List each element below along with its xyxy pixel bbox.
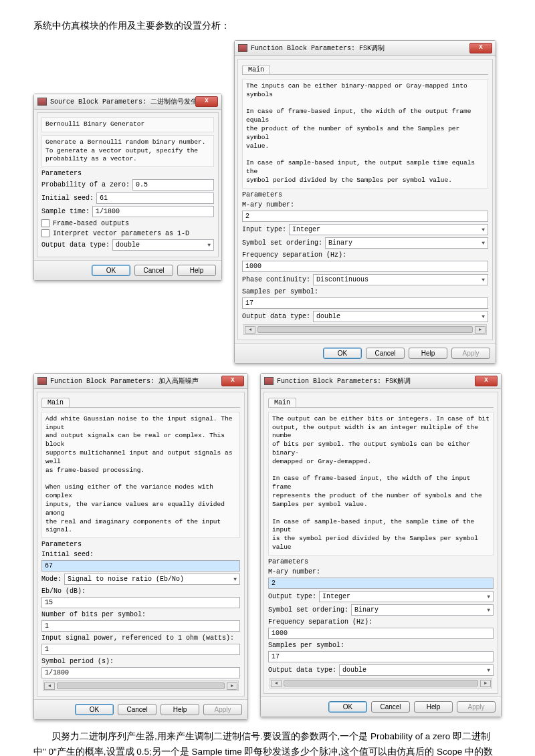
- symbol-ordering-label: Symbol set ordering:: [268, 606, 348, 614]
- parameters-label: Parameters: [41, 170, 214, 177]
- titlebar[interactable]: Function Block Parameters: FSK调制 X: [235, 41, 496, 56]
- titlebar[interactable]: Function Block Parameters: 加入高斯噪声 X: [34, 374, 247, 389]
- symbol-ordering-select[interactable]: Binary▼: [351, 604, 494, 616]
- close-icon[interactable]: X: [469, 43, 492, 53]
- sps-input[interactable]: 17: [242, 297, 488, 309]
- close-icon[interactable]: X: [195, 96, 218, 107]
- h-scrollbar[interactable]: ◄►: [43, 680, 239, 691]
- freq-sep-label: Frequency separation (Hz):: [268, 618, 494, 626]
- interpret-vector-checkbox[interactable]: Interpret vector parameters as 1-D: [41, 229, 214, 237]
- chevron-down-icon: ▼: [487, 607, 490, 613]
- output-datatype-label: Output data type:: [41, 241, 110, 249]
- close-icon[interactable]: X: [475, 376, 498, 386]
- cancel-button[interactable]: Cancel: [371, 701, 410, 713]
- frame-based-checkbox[interactable]: Frame-based outputs: [41, 219, 214, 227]
- tab-main[interactable]: Main: [242, 65, 270, 74]
- input-type-select[interactable]: Integer▼: [289, 224, 488, 235]
- body-text: 贝努力二进制序列产生器,用来产生调制二进制信号.要设置的参数两个,一个是 Pro…: [33, 729, 502, 756]
- seed-input[interactable]: 61: [96, 193, 214, 204]
- apply-button[interactable]: Apply: [451, 348, 490, 359]
- output-type-select[interactable]: Integer▼: [319, 591, 494, 602]
- mary-label: M-ary number:: [268, 568, 494, 576]
- sp-label: Symbol period (s):: [41, 658, 240, 665]
- dialog-gaussian-noise: Function Block Parameters: 加入高斯噪声 X Main…: [33, 373, 248, 720]
- mary-input[interactable]: 2: [268, 578, 494, 589]
- parameters-label: Parameters: [41, 541, 240, 548]
- cancel-button[interactable]: Cancel: [134, 265, 173, 276]
- dialog-title: Source Block Parameters: 二进制信号发生器: [50, 97, 195, 106]
- tab-main[interactable]: Main: [41, 398, 70, 407]
- cancel-button[interactable]: Cancel: [366, 348, 405, 359]
- ok-button[interactable]: OK: [323, 348, 362, 359]
- ok-button[interactable]: OK: [92, 265, 130, 276]
- tab-main[interactable]: Main: [268, 398, 296, 407]
- sampletime-input[interactable]: 1/1800: [92, 206, 214, 217]
- sp-input[interactable]: 1/1800: [41, 667, 240, 678]
- chevron-down-icon: ▼: [481, 277, 485, 283]
- ok-button[interactable]: OK: [75, 704, 114, 715]
- sampletime-label: Sample time:: [41, 208, 90, 215]
- dialog-title: Function Block Parameters: FSK解调: [277, 376, 475, 386]
- output-type-label: Output type:: [268, 593, 316, 600]
- sps-label: Samples per symbol:: [242, 288, 488, 295]
- prob-input[interactable]: 0.5: [132, 179, 214, 191]
- ok-button[interactable]: OK: [328, 701, 367, 713]
- chevron-down-icon: ▼: [487, 594, 490, 600]
- paragraph-1: 贝努力二进制序列产生器,用来产生调制二进制信号.要设置的参数两个,一个是 Pro…: [33, 729, 502, 756]
- sps-label: Samples per symbol:: [268, 642, 494, 649]
- help-button[interactable]: Help: [414, 701, 453, 713]
- app-icon: [238, 44, 247, 52]
- app-icon: [37, 98, 47, 106]
- phase-cont-select[interactable]: Discontinuous▼: [313, 274, 488, 285]
- titlebar[interactable]: Source Block Parameters: 二进制信号发生器 X: [34, 94, 221, 110]
- seed-input[interactable]: 67: [41, 560, 240, 572]
- prob-label: Probability of a zero:: [41, 181, 130, 188]
- sps-input[interactable]: 17: [268, 651, 494, 662]
- phase-cont-label: Phase continuity:: [242, 276, 310, 283]
- apply-button[interactable]: Apply: [203, 704, 242, 715]
- mode-label: Mode:: [41, 576, 62, 583]
- ebno-label: Eb/No (dB):: [41, 588, 240, 595]
- apply-button[interactable]: Apply: [457, 701, 496, 713]
- h-scrollbar[interactable]: ◄►: [270, 678, 492, 688]
- output-datatype-select[interactable]: double▼: [339, 664, 494, 676]
- nbps-input[interactable]: 1: [41, 620, 240, 632]
- chevron-down-icon: ▼: [481, 227, 485, 233]
- mary-input[interactable]: 2: [242, 211, 488, 222]
- help-button[interactable]: Help: [177, 265, 216, 276]
- mary-label: M-ary number:: [242, 201, 488, 209]
- input-type-label: Input type:: [242, 226, 286, 233]
- chevron-down-icon: ▼: [481, 240, 485, 246]
- cancel-button[interactable]: Cancel: [118, 704, 156, 715]
- symbol-ordering-select[interactable]: Binary▼: [325, 237, 488, 249]
- dialog-source-block: Source Block Parameters: 二进制信号发生器 X Bern…: [33, 94, 222, 281]
- output-datatype-select[interactable]: double▼: [313, 311, 488, 322]
- titlebar[interactable]: Function Block Parameters: FSK解调 X: [261, 374, 501, 389]
- nbps-label: Number of bits per symbol:: [41, 611, 240, 618]
- block-description: Add white Gaussian noise to the input si…: [41, 412, 240, 538]
- output-datatype-label: Output data type:: [242, 313, 310, 320]
- freq-sep-input[interactable]: 1000: [268, 628, 494, 639]
- app-icon: [264, 377, 274, 385]
- block-description: The inputs can be either binary-mapped o…: [242, 79, 488, 188]
- seed-label: Initial seed:: [41, 551, 240, 558]
- h-scrollbar[interactable]: ◄►: [243, 324, 487, 335]
- help-button[interactable]: Help: [160, 704, 199, 715]
- block-name: Bernoulli Binary Generator: [41, 117, 214, 132]
- close-icon[interactable]: X: [221, 376, 244, 386]
- freq-sep-label: Frequency separation (Hz):: [242, 251, 488, 259]
- output-datatype-select[interactable]: double▼: [112, 239, 214, 251]
- mode-select[interactable]: Signal to noise ratio (Eb/No)▼: [64, 574, 240, 585]
- dialog-fsk-mod: Function Block Parameters: FSK调制 X Main …: [234, 40, 496, 364]
- ebno-input[interactable]: 15: [41, 597, 240, 608]
- isp-label: Input signal power, referenced to 1 ohm …: [41, 634, 240, 642]
- freq-sep-input[interactable]: 1000: [242, 261, 488, 272]
- help-button[interactable]: Help: [409, 348, 447, 359]
- dialog-title: Function Block Parameters: 加入高斯噪声: [50, 376, 221, 386]
- chevron-down-icon: ▼: [207, 242, 211, 248]
- isp-input[interactable]: 1: [41, 644, 240, 655]
- output-datatype-label: Output data type:: [268, 666, 336, 674]
- dialog-fsk-demod: Function Block Parameters: FSK解调 X Main …: [260, 373, 502, 717]
- symbol-ordering-label: Symbol set ordering:: [242, 239, 322, 247]
- parameters-label: Parameters: [268, 558, 494, 565]
